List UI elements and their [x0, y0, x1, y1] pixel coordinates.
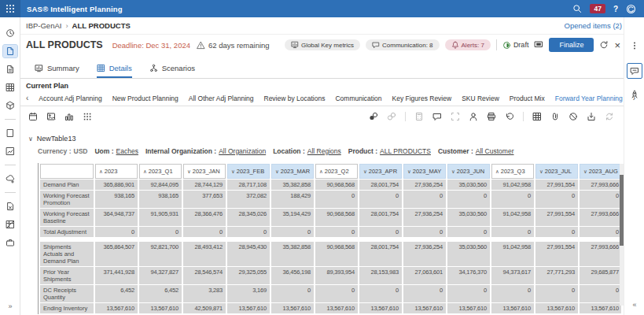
- filter-value[interactable]: All Customer: [476, 147, 514, 155]
- grid-cell[interactable]: 365,864,507: [95, 242, 138, 266]
- column-header-2023_Q3[interactable]: ∧2023_Q3: [491, 164, 534, 179]
- grid-cell[interactable]: 0: [535, 227, 578, 237]
- breadcrumb-project[interactable]: IBP-GenAI: [26, 21, 61, 30]
- grid-cell[interactable]: 29,325,055: [227, 267, 270, 284]
- grid-cell[interactable]: 13,567,610: [491, 303, 534, 313]
- grid-cell[interactable]: 0: [580, 285, 621, 302]
- grid-cell[interactable]: 188,429: [271, 191, 314, 208]
- sidebar-item-cube[interactable]: [3, 99, 17, 112]
- collapse-sidebar-button[interactable]: «: [624, 301, 644, 309]
- export-icon[interactable]: [587, 112, 596, 121]
- grid-cell[interactable]: 13,567,610: [227, 303, 270, 313]
- grid-cell[interactable]: 42,509,871: [183, 303, 226, 313]
- grid-cell[interactable]: 0: [535, 191, 578, 208]
- grid-cell[interactable]: 0: [95, 227, 138, 237]
- grid-cell[interactable]: 35,030,560: [447, 209, 490, 226]
- grid-cell[interactable]: 92,844,095: [139, 180, 182, 190]
- grid-cell[interactable]: 0: [403, 191, 446, 208]
- global-key-metrics-pill[interactable]: Global Key metrics: [285, 39, 360, 50]
- help-icon[interactable]: ?: [613, 5, 618, 13]
- grid-cell[interactable]: 94,327,827: [139, 267, 182, 284]
- grid-cell[interactable]: 90,968,568: [315, 209, 358, 226]
- grid-cell[interactable]: 0: [403, 227, 446, 237]
- grid-cell[interactable]: 3,283: [183, 285, 226, 302]
- grid-cell[interactable]: 27,063,601: [403, 267, 446, 284]
- grid-cell[interactable]: 90,968,568: [315, 242, 358, 266]
- grid-cell[interactable]: 0: [447, 227, 490, 237]
- grid-cell[interactable]: 35,382,858: [271, 242, 314, 266]
- tab-summary[interactable]: Summary: [35, 64, 79, 78]
- grid-cell[interactable]: 36,456,198: [271, 267, 314, 284]
- table-title-bar[interactable]: ∨ NewTable13: [20, 127, 624, 144]
- grid-cell[interactable]: 91,905,931: [139, 209, 182, 226]
- sidebar-item-table-off[interactable]: [3, 218, 17, 231]
- scrollbar-thumb[interactable]: [620, 175, 624, 246]
- grid-cell[interactable]: 91,042,958: [491, 209, 534, 226]
- attachment-icon[interactable]: [550, 112, 560, 121]
- grid-cell[interactable]: 13,567,610: [359, 303, 402, 313]
- grid-cell[interactable]: 13,567,610: [139, 303, 182, 313]
- comment-icon[interactable]: [432, 112, 442, 121]
- column-header-2023_JAN[interactable]: ∨2023_JAN: [183, 164, 226, 179]
- grid-cell[interactable]: 27,991,554: [535, 242, 578, 266]
- filter-value[interactable]: All Regions: [307, 147, 341, 155]
- grid-cell[interactable]: 27,991,554: [535, 209, 578, 226]
- histogram-icon[interactable]: [64, 112, 74, 121]
- grid-cell[interactable]: 0: [315, 285, 358, 302]
- notification-badge[interactable]: 47: [590, 4, 605, 13]
- tab-scenarios[interactable]: Scenarios: [149, 64, 195, 78]
- grid-cell[interactable]: 29,685,877: [580, 267, 621, 284]
- grid-cell[interactable]: 13,567,610: [580, 303, 621, 313]
- expand-sidebar-button[interactable]: »: [0, 302, 20, 310]
- grid-cell[interactable]: 28,493,412: [183, 242, 226, 266]
- column-header-2023_Q1[interactable]: ∧2023_Q1: [139, 164, 182, 179]
- grid-cell[interactable]: 0: [447, 285, 490, 302]
- grid-cell[interactable]: 91,042,958: [491, 242, 534, 266]
- grid-cell[interactable]: 0: [359, 285, 402, 302]
- grid-cell[interactable]: 0: [315, 191, 358, 208]
- panel-button-comment-panel[interactable]: [627, 63, 642, 79]
- grid-cell[interactable]: 90,968,568: [315, 180, 358, 190]
- grid-cell[interactable]: 13,567,610: [535, 303, 578, 313]
- sync-icon[interactable]: [605, 112, 614, 121]
- grid-cell[interactable]: 27,936,254: [403, 209, 446, 226]
- tab-details[interactable]: Details: [97, 64, 132, 78]
- grid-cell[interactable]: 371,441,928: [95, 267, 138, 284]
- grid-cell[interactable]: 364,948,737: [95, 209, 138, 226]
- person-icon[interactable]: [469, 112, 478, 121]
- screen-icon[interactable]: [534, 40, 543, 50]
- grid-cell[interactable]: 27,993,666: [580, 242, 621, 266]
- subnav-item[interactable]: Forward Year Planning: [555, 94, 623, 102]
- grid-cell[interactable]: 6,452: [139, 285, 182, 302]
- sidebar-item-briefcase[interactable]: [3, 236, 17, 249]
- grid-cell[interactable]: 27,936,254: [403, 180, 446, 190]
- grid-cell[interactable]: 27,993,666: [580, 180, 621, 190]
- sidebar-item-report[interactable]: [3, 63, 17, 76]
- subnav-item[interactable]: SKU Review: [462, 94, 499, 102]
- grid-cell[interactable]: 13,567,610: [95, 303, 138, 313]
- app-switcher-button[interactable]: [0, 0, 20, 17]
- grid-cell[interactable]: 0: [227, 227, 270, 237]
- grid-cell[interactable]: 6,452: [95, 285, 138, 302]
- grid-cell[interactable]: 3,169: [227, 285, 270, 302]
- grid-cell[interactable]: 0: [491, 227, 534, 237]
- filter-value[interactable]: All Organization: [219, 147, 266, 155]
- subnav-item[interactable]: New Product Planning: [112, 94, 178, 102]
- refresh-icon[interactable]: [599, 40, 609, 50]
- grid-cell[interactable]: 27,991,554: [535, 180, 578, 190]
- grid-cell[interactable]: 13,567,610: [447, 303, 490, 313]
- subnav-next-icon[interactable]: ›: [633, 94, 635, 102]
- grid-cell[interactable]: 0: [359, 191, 402, 208]
- grid-cell[interactable]: 27,993,666: [580, 209, 621, 226]
- block-icon[interactable]: [569, 112, 578, 121]
- image-icon[interactable]: [46, 112, 56, 121]
- column-header-2023_MAY[interactable]: ∨2023_MAY: [403, 164, 446, 179]
- grid-cell[interactable]: 938,165: [95, 191, 138, 208]
- grid-cell[interactable]: 28,945,430: [227, 242, 270, 266]
- sidebar-item-plan-document[interactable]: [3, 45, 17, 57]
- column-header-2023_FEB[interactable]: ∨2023_FEB: [227, 164, 270, 179]
- grid-cell[interactable]: 35,030,560: [447, 180, 490, 190]
- column-header-2023_APR[interactable]: ∨2023_APR: [359, 164, 402, 179]
- grid-cell[interactable]: 28,001,754: [359, 209, 402, 226]
- communication-pill[interactable]: Communication: 8: [366, 39, 439, 50]
